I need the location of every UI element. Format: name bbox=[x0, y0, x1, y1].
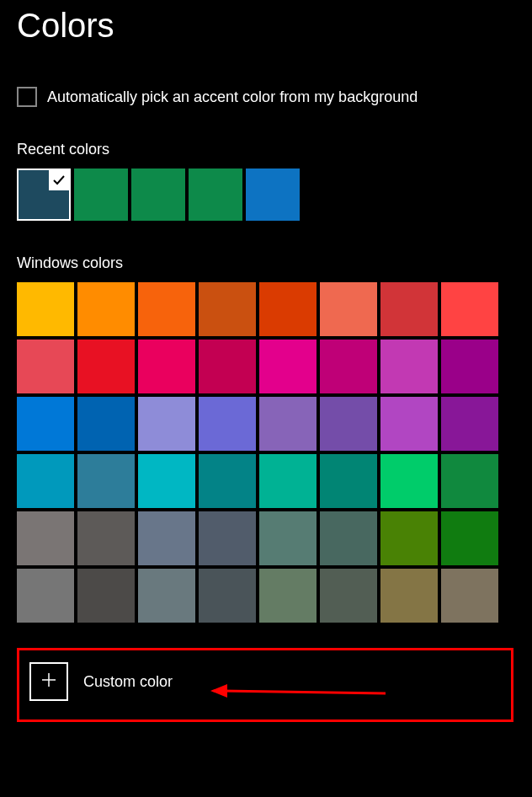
windows-color-swatch[interactable] bbox=[77, 397, 135, 451]
windows-color-swatch[interactable] bbox=[380, 454, 438, 508]
windows-color-swatch[interactable] bbox=[320, 511, 377, 565]
windows-color-swatch[interactable] bbox=[17, 282, 74, 336]
windows-color-swatch[interactable] bbox=[138, 569, 195, 623]
checkbox-label: Automatically pick an accent color from … bbox=[47, 88, 418, 106]
windows-color-swatch[interactable] bbox=[17, 397, 74, 451]
recent-color-swatch[interactable] bbox=[246, 168, 300, 221]
windows-color-swatch[interactable] bbox=[77, 454, 135, 508]
windows-color-swatch[interactable] bbox=[441, 454, 498, 508]
page-title: Colors bbox=[17, 7, 515, 45]
windows-color-swatch[interactable] bbox=[441, 511, 498, 565]
windows-color-swatch[interactable] bbox=[17, 454, 74, 508]
windows-color-swatch[interactable] bbox=[199, 569, 256, 623]
accent-color-checkbox-row[interactable]: Automatically pick an accent color from … bbox=[17, 87, 515, 107]
windows-color-swatch[interactable] bbox=[259, 569, 317, 623]
windows-color-swatch[interactable] bbox=[138, 282, 195, 336]
windows-color-swatch[interactable] bbox=[441, 397, 498, 451]
recent-colors-label: Recent colors bbox=[17, 141, 515, 158]
svg-line-0 bbox=[221, 691, 386, 693]
recent-colors-grid bbox=[17, 168, 515, 221]
custom-color-button[interactable] bbox=[29, 662, 68, 701]
custom-color-label: Custom color bbox=[83, 673, 173, 691]
windows-color-swatch[interactable] bbox=[17, 569, 74, 623]
windows-color-swatch[interactable] bbox=[17, 511, 74, 565]
windows-color-swatch[interactable] bbox=[441, 569, 498, 623]
plus-icon bbox=[40, 671, 57, 692]
windows-color-swatch[interactable] bbox=[77, 511, 135, 565]
custom-color-highlight: Custom color bbox=[17, 648, 513, 722]
windows-color-swatch[interactable] bbox=[380, 340, 438, 393]
windows-color-swatch[interactable] bbox=[320, 397, 377, 451]
windows-color-swatch[interactable] bbox=[138, 454, 195, 508]
windows-color-swatch[interactable] bbox=[441, 282, 498, 336]
windows-color-swatch[interactable] bbox=[199, 282, 256, 336]
windows-color-swatch[interactable] bbox=[259, 282, 317, 336]
recent-color-swatch[interactable] bbox=[17, 168, 71, 221]
windows-color-swatch[interactable] bbox=[441, 340, 498, 393]
recent-color-swatch[interactable] bbox=[189, 168, 242, 221]
windows-color-swatch[interactable] bbox=[259, 454, 317, 508]
windows-color-swatch[interactable] bbox=[138, 397, 195, 451]
windows-color-swatch[interactable] bbox=[77, 340, 135, 393]
windows-color-swatch[interactable] bbox=[138, 511, 195, 565]
windows-color-swatch[interactable] bbox=[259, 340, 317, 393]
windows-color-swatch[interactable] bbox=[199, 340, 256, 393]
annotation-arrow bbox=[209, 681, 390, 718]
recent-color-swatch[interactable] bbox=[74, 168, 128, 221]
windows-color-swatch[interactable] bbox=[380, 397, 438, 451]
windows-color-swatch[interactable] bbox=[380, 511, 438, 565]
windows-color-swatch[interactable] bbox=[380, 282, 438, 336]
recent-color-swatch[interactable] bbox=[131, 168, 185, 221]
windows-colors-label: Windows colors bbox=[17, 254, 515, 272]
checkbox-box[interactable] bbox=[17, 87, 37, 107]
windows-color-swatch[interactable] bbox=[199, 454, 256, 508]
windows-color-swatch[interactable] bbox=[320, 282, 377, 336]
windows-color-swatch[interactable] bbox=[17, 340, 74, 393]
windows-color-swatch[interactable] bbox=[138, 340, 195, 393]
check-icon bbox=[49, 170, 69, 190]
windows-color-swatch[interactable] bbox=[320, 454, 377, 508]
windows-color-swatch[interactable] bbox=[77, 282, 135, 336]
windows-color-swatch[interactable] bbox=[320, 340, 377, 393]
windows-color-swatch[interactable] bbox=[199, 397, 256, 451]
svg-marker-1 bbox=[210, 684, 227, 698]
windows-color-swatch[interactable] bbox=[199, 511, 256, 565]
windows-color-swatch[interactable] bbox=[259, 397, 317, 451]
windows-colors-grid bbox=[17, 282, 515, 623]
windows-color-swatch[interactable] bbox=[259, 511, 317, 565]
windows-color-swatch[interactable] bbox=[77, 569, 135, 623]
windows-color-swatch[interactable] bbox=[320, 569, 377, 623]
windows-color-swatch[interactable] bbox=[380, 569, 438, 623]
